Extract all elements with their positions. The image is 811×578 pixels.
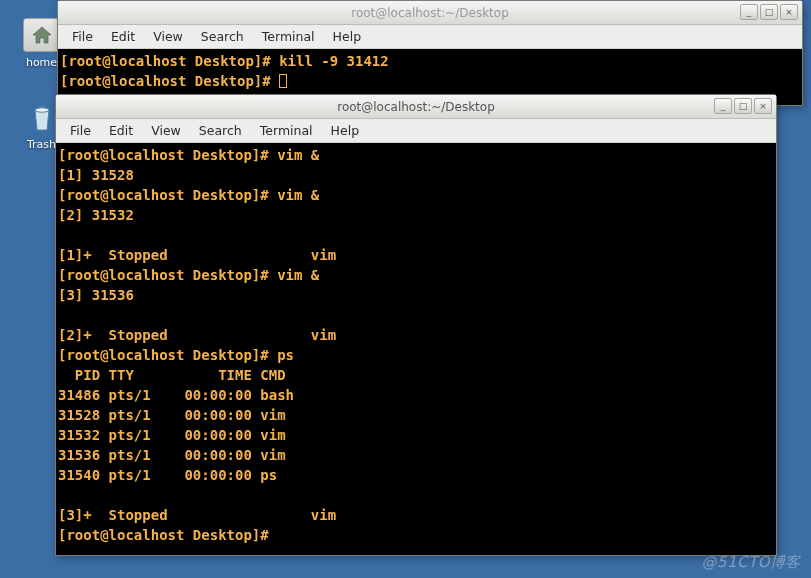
- folder-home-icon: [23, 18, 61, 52]
- minimize-button[interactable]: _: [740, 4, 758, 20]
- menu-help[interactable]: Help: [323, 121, 368, 140]
- menu-terminal[interactable]: Terminal: [254, 27, 323, 46]
- menubar: File Edit View Search Terminal Help: [58, 25, 802, 49]
- close-button[interactable]: ×: [754, 98, 772, 114]
- menu-file[interactable]: File: [62, 121, 99, 140]
- menubar: File Edit View Search Terminal Help: [56, 119, 776, 143]
- menu-search[interactable]: Search: [193, 27, 252, 46]
- menu-view[interactable]: View: [145, 27, 191, 46]
- desktop-icon-label: home: [26, 56, 57, 69]
- svg-point-0: [35, 108, 49, 112]
- menu-edit[interactable]: Edit: [101, 121, 141, 140]
- menu-file[interactable]: File: [64, 27, 101, 46]
- maximize-button[interactable]: □: [760, 4, 778, 20]
- menu-terminal[interactable]: Terminal: [252, 121, 321, 140]
- titlebar[interactable]: root@localhost:~/Desktop _ □ ×: [58, 1, 802, 25]
- close-button[interactable]: ×: [780, 4, 798, 20]
- window-title: root@localhost:~/Desktop: [58, 6, 802, 20]
- terminal-window-back[interactable]: root@localhost:~/Desktop _ □ × File Edit…: [57, 0, 803, 106]
- titlebar[interactable]: root@localhost:~/Desktop _ □ ×: [56, 95, 776, 119]
- desktop-icon-label: Trash: [27, 138, 56, 151]
- maximize-button[interactable]: □: [734, 98, 752, 114]
- minimize-button[interactable]: _: [714, 98, 732, 114]
- terminal-window-front[interactable]: root@localhost:~/Desktop _ □ × File Edit…: [55, 94, 777, 556]
- terminal-body[interactable]: [root@localhost Desktop]# vim &[1] 31528…: [56, 143, 776, 555]
- window-title: root@localhost:~/Desktop: [56, 100, 776, 114]
- menu-help[interactable]: Help: [325, 27, 370, 46]
- menu-search[interactable]: Search: [191, 121, 250, 140]
- menu-edit[interactable]: Edit: [103, 27, 143, 46]
- menu-view[interactable]: View: [143, 121, 189, 140]
